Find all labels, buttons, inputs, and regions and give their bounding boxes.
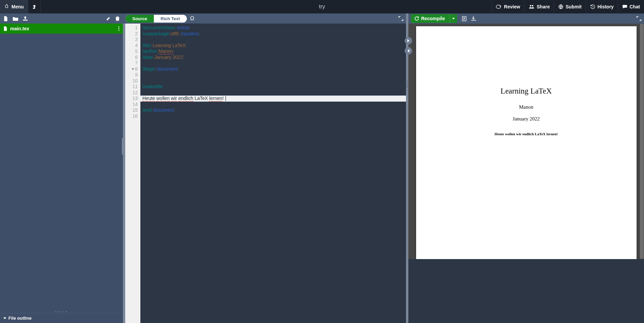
project-title[interactable]: try [319,4,325,10]
globe-icon [558,4,564,9]
text-cursor [226,96,226,101]
file-item-main[interactable]: main.tex [0,24,123,34]
svg-point-1 [530,5,532,7]
download-icon[interactable] [471,16,476,21]
overleaf-icon [4,4,9,9]
mode-toggle: Source Rich Text [126,15,187,23]
menu-button[interactable]: Menu [0,0,28,13]
line-gutter: 1 2 3 4 5 6 7 8 9 10 11 12 13 14 15 16 [125,24,140,323]
file-toolbar [0,13,123,24]
delete-icon[interactable] [115,16,120,21]
chat-button[interactable]: Chat [618,0,644,13]
center-resize-handle[interactable] [406,24,408,323]
svg-point-7 [118,27,120,28]
svg-point-8 [118,28,120,29]
svg-point-2 [532,5,534,7]
tab-source[interactable]: Source [126,15,154,23]
svg-point-9 [118,30,120,31]
review-label: Review [504,4,520,9]
editor-toolbar: Source Rich Text Ω [123,13,406,24]
share-label: Share [537,4,550,9]
pdf-pane: Learning LaTeX Manon January 2022 Heute … [408,24,644,323]
level-up-icon [32,4,36,9]
pdf-page: Learning LaTeX Manon January 2022 Heute … [416,26,637,259]
code-editor[interactable]: \documentclass{article} \usepackage[utf8… [140,24,406,323]
pdf-author: Manon [416,104,637,110]
submit-button[interactable]: Submit [554,0,585,13]
sidebar-resize-grip[interactable]: • • • • [0,310,123,313]
recompile-label: Recompile [421,16,445,21]
svg-rect-6 [471,20,476,21]
file-outline-label: File outline [8,316,32,321]
file-name: main.tex [10,26,29,31]
svg-rect-4 [23,20,28,21]
topbar: Menu try Review Share Submit [0,0,644,13]
file-icon [3,26,7,31]
fold-marker-icon[interactable] [132,68,134,70]
file-menu-icon[interactable] [118,26,120,31]
recompile-group: Recompile [411,14,457,23]
new-folder-icon[interactable] [13,16,18,21]
chevron-down-icon [3,317,6,319]
history-icon [590,4,596,9]
pdf-body: Heute wollen wir endlich LaTeX lernen! [416,132,637,136]
pdf-title: Learning LaTeX [416,26,637,96]
sync-left-button[interactable] [405,47,412,55]
history-label: History [598,4,614,9]
tab-richtext[interactable]: Rich Text [154,15,187,23]
preview-scrollbar[interactable] [640,24,644,259]
rename-icon[interactable] [106,16,111,21]
chat-label: Chat [630,4,640,9]
new-file-icon[interactable] [3,16,8,21]
up-button[interactable] [28,0,40,13]
history-button[interactable]: History [586,0,618,13]
editor-fullscreen-icon[interactable] [399,16,403,21]
review-button[interactable]: Review [492,0,524,13]
left-resize-handle[interactable] [123,24,125,323]
pdf-preview[interactable]: Learning LaTeX Manon January 2022 Heute … [408,24,644,259]
editor-pane: 1 2 3 4 5 6 7 8 9 10 11 12 13 14 15 16 \… [125,24,406,323]
pane-resize-handle[interactable] [406,13,408,24]
recompile-button[interactable]: Recompile [411,14,450,23]
pdf-toolbar: Recompile [408,13,644,24]
toolbar-row: Source Rich Text Ω Recompile [0,13,644,24]
review-icon [496,4,502,9]
upload-icon[interactable] [23,16,28,21]
pdf-date: January 2022 [416,116,637,122]
menu-label: Menu [11,4,24,9]
left-collapse-handle[interactable] [122,138,124,155]
symbol-palette-button[interactable]: Ω [190,15,194,22]
submit-label: Submit [566,4,581,9]
recompile-dropdown[interactable] [450,14,457,23]
main-area: main.tex • • • • File outline 1 2 3 4 5 … [0,24,644,323]
sync-right-button[interactable] [405,37,412,44]
logs-icon[interactable] [462,16,467,21]
users-icon [529,4,535,9]
share-button[interactable]: Share [524,0,554,13]
refresh-icon [414,16,419,21]
file-tree: main.tex • • • • File outline [0,24,123,323]
file-outline-toggle[interactable]: File outline [0,313,123,323]
pdf-fullscreen-icon[interactable] [637,16,641,21]
chat-icon [622,4,628,9]
